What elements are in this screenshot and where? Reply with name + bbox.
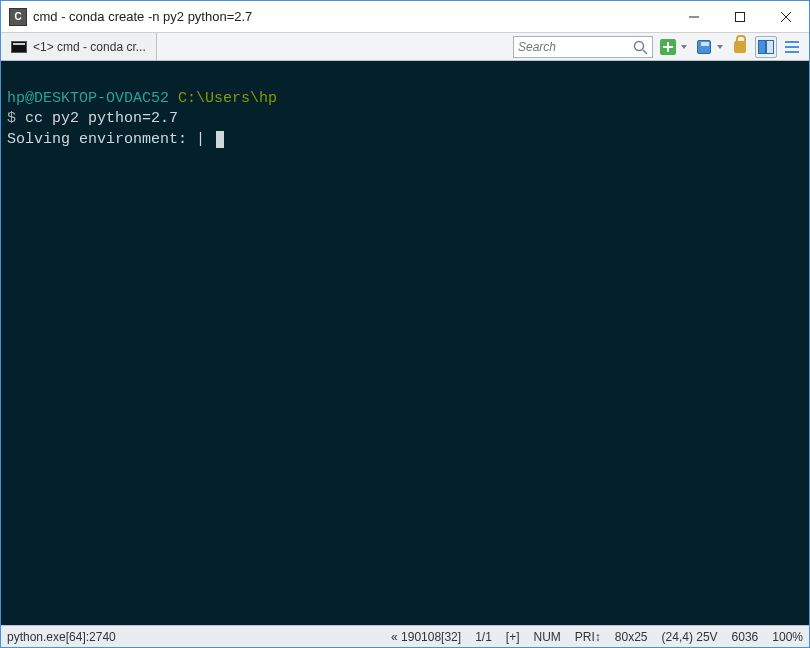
split-view-button[interactable] xyxy=(755,36,777,58)
status-process: python.exe[64]:2740 xyxy=(7,630,116,644)
maximize-button[interactable] xyxy=(717,2,763,32)
minimize-button[interactable] xyxy=(671,2,717,32)
status-size: 80x25 xyxy=(615,630,648,644)
status-pid: 6036 xyxy=(732,630,759,644)
save-dropdown[interactable] xyxy=(715,36,725,58)
split-icon xyxy=(758,40,774,54)
close-button[interactable] xyxy=(763,2,809,32)
prompt-cwd: C:\Users\hp xyxy=(178,90,277,107)
status-bar: python.exe[64]:2740 « 190108[32] 1/1 [+]… xyxy=(1,625,809,647)
status-pri: PRI↕ xyxy=(575,630,601,644)
search-box[interactable] xyxy=(513,36,653,58)
new-tab-dropdown[interactable] xyxy=(679,36,689,58)
command-text: cc py2 python=2.7 xyxy=(25,110,178,127)
app-icon: C xyxy=(9,8,27,26)
search-icon xyxy=(632,39,648,55)
search-input[interactable] xyxy=(518,40,632,54)
menu-button[interactable] xyxy=(781,36,803,58)
svg-point-4 xyxy=(635,41,644,50)
window-titlebar: C cmd - conda create -n py2 python=2.7 xyxy=(1,1,809,33)
status-split: 1/1 xyxy=(475,630,492,644)
status-cursor: (24,4) 25V xyxy=(662,630,718,644)
status-num: NUM xyxy=(534,630,561,644)
plus-icon xyxy=(660,39,676,55)
terminal-cursor xyxy=(216,131,224,148)
status-flags: [+] xyxy=(506,630,520,644)
tab-bar: <1> cmd - conda cr... xyxy=(1,33,809,61)
terminal-output[interactable]: hp@DESKTOP-OVDAC52 C:\Users\hp $ cc py2 … xyxy=(1,61,809,625)
tab-label: <1> cmd - conda cr... xyxy=(33,40,146,54)
tab-terminal[interactable]: <1> cmd - conda cr... xyxy=(1,33,157,60)
output-line: Solving environment: | xyxy=(7,131,205,148)
prompt-user-host: hp@DESKTOP-OVDAC52 xyxy=(7,90,169,107)
status-time: « 190108[32] xyxy=(391,630,461,644)
lock-button[interactable] xyxy=(729,36,751,58)
status-zoom: 100% xyxy=(772,630,803,644)
svg-rect-1 xyxy=(736,12,745,21)
svg-line-5 xyxy=(643,50,647,54)
lock-icon xyxy=(734,41,746,53)
prompt-symbol: $ xyxy=(7,110,16,127)
save-button[interactable] xyxy=(693,36,715,58)
save-icon xyxy=(697,40,711,54)
menu-icon xyxy=(785,41,799,53)
terminal-icon xyxy=(11,41,27,53)
new-tab-button[interactable] xyxy=(657,36,679,58)
toolbar xyxy=(513,33,809,60)
window-title: cmd - conda create -n py2 python=2.7 xyxy=(33,9,252,24)
